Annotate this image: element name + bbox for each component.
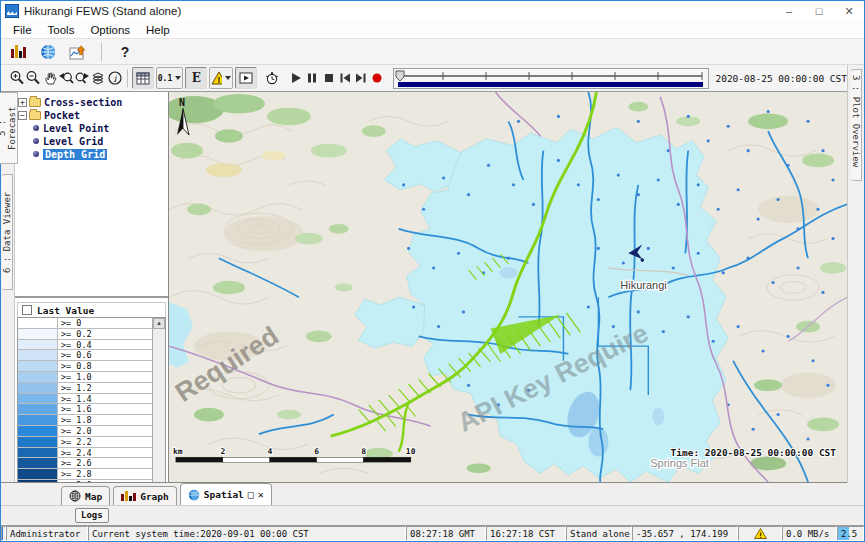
explorer-icon[interactable] bbox=[7, 41, 29, 63]
tab-maximize-icon[interactable]: □ bbox=[248, 489, 254, 500]
menu-tools[interactable]: Tools bbox=[40, 24, 83, 36]
menu-help[interactable]: Help bbox=[138, 24, 178, 36]
timeseries-display-icon[interactable] bbox=[67, 41, 89, 63]
help-button[interactable]: ? bbox=[114, 41, 136, 63]
menu-bar: File Tools Options Help bbox=[1, 21, 864, 39]
zoom-previous-icon[interactable] bbox=[58, 68, 74, 89]
tab-data-viewer[interactable]: 6 : Data Viewer bbox=[2, 174, 13, 290]
legend-color-swatch bbox=[18, 469, 58, 479]
play-icon[interactable] bbox=[288, 68, 304, 89]
legend-row: >= 2.6 bbox=[18, 458, 152, 469]
pan-hand-icon[interactable] bbox=[42, 68, 58, 89]
legend-color-swatch bbox=[18, 394, 58, 404]
status-local-time: 16:27:18 CST bbox=[486, 526, 566, 541]
scroll-up-icon[interactable]: ▲ bbox=[153, 318, 165, 329]
pause-icon[interactable] bbox=[304, 68, 320, 89]
animation-player-button[interactable] bbox=[235, 67, 257, 89]
map-viewport[interactable]: Required API Key Require N Hikurangi bbox=[169, 92, 847, 482]
locality-label: Springs Flat bbox=[650, 457, 709, 469]
svg-text:8: 8 bbox=[361, 447, 366, 456]
node-bullet-icon bbox=[33, 125, 39, 131]
menu-options[interactable]: Options bbox=[82, 24, 138, 36]
legend-color-swatch bbox=[18, 372, 58, 382]
minimize-button[interactable]: – bbox=[774, 1, 804, 21]
menu-file[interactable]: File bbox=[5, 24, 40, 36]
last-value-checkbox-row[interactable]: Last Value bbox=[17, 302, 166, 317]
legend-row: >= 1.4 bbox=[18, 394, 152, 405]
legend-row: >= 2.2 bbox=[18, 437, 152, 448]
main-toolbar: ? bbox=[1, 39, 864, 65]
tab-close-icon[interactable]: ✕ bbox=[258, 489, 264, 500]
legend-row: >= 2.4 bbox=[18, 448, 152, 459]
svg-text:6: 6 bbox=[314, 447, 319, 456]
close-button[interactable]: ✕ bbox=[834, 1, 864, 21]
legend-color-swatch bbox=[18, 480, 58, 482]
collapse-icon[interactable]: − bbox=[18, 111, 27, 120]
maximize-button[interactable]: □ bbox=[804, 1, 834, 21]
node-bullet-icon bbox=[33, 138, 39, 144]
legend-color-swatch bbox=[18, 318, 58, 328]
logs-button[interactable]: Logs bbox=[75, 508, 109, 523]
status-system-time: Current system time:2020-09-01 00:00 CST bbox=[88, 526, 406, 541]
chevron-down-icon bbox=[225, 76, 231, 80]
legend-rows: >= 0 >= 0.2 >= 0.4 >= 0.6 >= 0.8 >= 1.0 … bbox=[18, 318, 152, 482]
warnings-dropdown[interactable]: ! bbox=[209, 67, 232, 89]
svg-text:!: ! bbox=[758, 531, 763, 540]
time-slider-handle[interactable] bbox=[396, 71, 404, 81]
labels-toggle-button[interactable]: E bbox=[185, 67, 207, 89]
legend-color-swatch bbox=[18, 361, 58, 371]
legend-color-swatch bbox=[18, 426, 58, 436]
filter-tree: + Cross-section − Pocket Level Point bbox=[15, 92, 168, 298]
legend-color-swatch bbox=[18, 340, 58, 350]
record-icon[interactable] bbox=[369, 68, 385, 89]
legend-row: >= 1.8 bbox=[18, 415, 152, 426]
zoom-out-icon[interactable] bbox=[25, 68, 41, 89]
tab-plot-overview[interactable]: 3 : Plot Overview bbox=[851, 69, 862, 181]
legend-color-swatch bbox=[18, 415, 58, 425]
grid-toggle-button[interactable] bbox=[132, 67, 154, 89]
skip-to-start-icon[interactable] bbox=[337, 68, 353, 89]
legend-row: >= 0 bbox=[18, 318, 152, 329]
zoom-in-icon[interactable] bbox=[9, 68, 25, 89]
skip-to-end-icon[interactable] bbox=[353, 68, 369, 89]
status-mode: Stand alone bbox=[566, 526, 632, 541]
tree-item-depth-grid[interactable]: Depth Grid bbox=[31, 148, 166, 160]
animation-settings-icon[interactable] bbox=[264, 68, 280, 89]
app-logo-icon bbox=[5, 4, 19, 18]
legend-color-swatch bbox=[18, 383, 58, 393]
legend-row: >= 3.0 bbox=[18, 480, 152, 482]
checkbox-icon[interactable] bbox=[22, 305, 32, 315]
stop-icon[interactable] bbox=[320, 68, 336, 89]
status-bandwidth: 0.0 MB/s bbox=[782, 526, 837, 541]
expand-icon[interactable]: + bbox=[18, 98, 27, 107]
map-time-label: Time: 2020-08-25 00:00:00 CST bbox=[671, 447, 837, 458]
window-title: Hikurangi FEWS (Stand alone) bbox=[24, 5, 181, 17]
tree-item-level-grid[interactable]: Level Grid bbox=[31, 135, 166, 147]
time-slider[interactable] bbox=[393, 68, 709, 89]
tree-item-cross-section[interactable]: + Cross-section bbox=[17, 96, 166, 108]
status-warning-cell[interactable]: ! bbox=[738, 526, 782, 541]
toolbar-separator bbox=[101, 43, 102, 61]
app-window: Hikurangi FEWS (Stand alone) – □ ✕ File … bbox=[0, 0, 865, 542]
layers-icon[interactable] bbox=[90, 68, 106, 89]
warning-icon: ! bbox=[754, 528, 767, 539]
left-tab-strip: 5 : Forecast 6 : Data Viewer bbox=[1, 92, 15, 482]
tree-item-level-point[interactable]: Level Point bbox=[31, 122, 166, 134]
legend-row: >= 2.0 bbox=[18, 426, 152, 437]
svg-text:!: ! bbox=[218, 75, 221, 85]
label-interval-dropdown[interactable]: 0.1 bbox=[156, 67, 184, 89]
legend-scrollbar[interactable]: ▲ ▼ bbox=[152, 318, 165, 482]
info-icon[interactable]: i bbox=[107, 68, 123, 89]
tab-forecast[interactable]: 5 : Forecast bbox=[0, 92, 18, 164]
legend-color-swatch bbox=[18, 437, 58, 447]
svg-text:2: 2 bbox=[221, 447, 226, 456]
legend-panel: Last Value >= 0 >= 0.2 >= 0.4 >= 0.6 >= … bbox=[15, 298, 168, 482]
tree-item-pocket[interactable]: − Pocket bbox=[17, 109, 166, 121]
tab-map[interactable]: Map bbox=[61, 486, 110, 505]
svg-text:N: N bbox=[179, 97, 185, 108]
tab-graph[interactable]: Graph bbox=[113, 486, 177, 505]
map-display-globe-icon[interactable] bbox=[37, 41, 59, 63]
tab-spatial[interactable]: Spatial □ ✕ bbox=[180, 483, 272, 505]
zoom-next-icon[interactable] bbox=[74, 68, 90, 89]
time-span-bar bbox=[398, 82, 703, 87]
